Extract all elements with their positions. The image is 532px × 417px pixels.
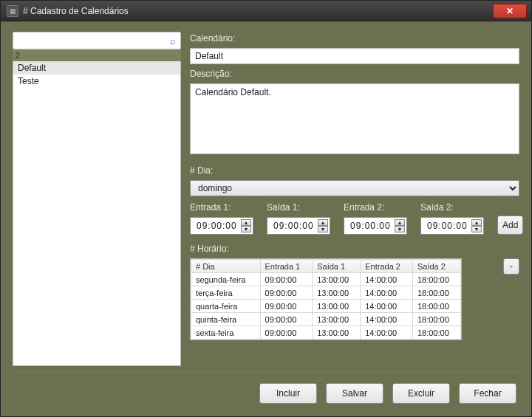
- app-window: ▦ # Cadastro de Calendários ✕ ⌕ 2 Defaul…: [0, 0, 532, 417]
- table-cell: 09:00:00: [260, 326, 313, 340]
- schedule-label: # Horário:: [190, 242, 519, 255]
- window-title: # Cadastro de Calendários: [23, 6, 493, 16]
- window-close-button[interactable]: ✕: [493, 4, 527, 18]
- calendar-label: Calendário:: [190, 32, 519, 45]
- entrada2-up[interactable]: ▲: [395, 219, 405, 226]
- entrada1-input[interactable]: [195, 220, 239, 232]
- entrada2-down[interactable]: ▼: [395, 226, 405, 232]
- table-header[interactable]: Saída 2: [412, 260, 460, 273]
- table-cell: 18:00:00: [412, 313, 460, 326]
- saida2-input[interactable]: [426, 220, 470, 232]
- schedule-row: # DiaEntrada 1Saída 1Entrada 2Saída 2seg…: [190, 258, 519, 340]
- table-cell: 09:00:00: [260, 313, 313, 326]
- table-cell: 13:00:00: [313, 273, 361, 286]
- table-cell: 14:00:00: [361, 300, 413, 313]
- saida2-label: Saída 2:: [420, 201, 484, 214]
- table-cell: 18:00:00: [412, 273, 460, 286]
- entrada2-input[interactable]: [349, 220, 393, 232]
- table-cell: sexta-feira: [191, 326, 261, 340]
- saida1-up[interactable]: ▲: [318, 219, 328, 226]
- table-row[interactable]: quarta-feira09:00:0013:00:0014:00:0018:0…: [191, 300, 461, 313]
- table-cell: 09:00:00: [260, 300, 313, 313]
- table-cell: 14:00:00: [361, 326, 413, 340]
- table-row[interactable]: segunda-feira09:00:0013:00:0014:00:0018:…: [191, 273, 461, 286]
- table-header[interactable]: Entrada 1: [260, 260, 313, 273]
- table-cell: 13:00:00: [313, 326, 361, 340]
- incluir-button[interactable]: Incluir: [259, 383, 317, 404]
- table-cell: 14:00:00: [361, 313, 413, 326]
- close-icon: ✕: [506, 6, 514, 16]
- calendar-name-input[interactable]: [190, 48, 519, 64]
- table-header[interactable]: Saída 1: [313, 260, 361, 273]
- app-icon: ▦: [7, 5, 18, 17]
- saida1-down[interactable]: ▼: [318, 226, 328, 232]
- saida2-up[interactable]: ▲: [471, 219, 482, 226]
- search-wrap: ⌕: [13, 32, 181, 49]
- titlebar: ▦ # Cadastro de Calendários ✕: [1, 1, 531, 21]
- entrada1-up[interactable]: ▲: [241, 219, 251, 226]
- saida1-field[interactable]: ▲ ▼: [267, 217, 330, 235]
- entrada2-label: Entrada 2:: [344, 201, 407, 214]
- schedule-table-wrap: # DiaEntrada 1Saída 1Entrada 2Saída 2seg…: [190, 258, 462, 340]
- table-row[interactable]: sexta-feira09:00:0013:00:0014:00:0018:00…: [191, 326, 461, 340]
- entrada2-field[interactable]: ▲ ▼: [344, 217, 407, 235]
- schedule-table[interactable]: # DiaEntrada 1Saída 1Entrada 2Saída 2seg…: [191, 259, 461, 340]
- main-columns: ⌕ 2 DefaultTeste Calendário: Descrição: …: [13, 32, 519, 366]
- time-row: Entrada 1: ▲ ▼ Saída 1:: [190, 201, 519, 235]
- remove-button[interactable]: -: [503, 258, 519, 275]
- table-cell: terça-feira: [191, 286, 261, 300]
- saida1-label: Saída 1:: [267, 201, 330, 214]
- saida1-input[interactable]: [272, 220, 316, 232]
- table-cell: quarta-feira: [191, 300, 261, 313]
- table-cell: 18:00:00: [412, 326, 460, 340]
- table-header[interactable]: # Dia: [191, 260, 261, 273]
- entrada1-label: Entrada 1:: [190, 201, 253, 214]
- day-label: # Dia:: [190, 164, 519, 177]
- saida2-down[interactable]: ▼: [471, 226, 482, 232]
- table-cell: 14:00:00: [361, 286, 413, 300]
- table-cell: 13:00:00: [313, 286, 361, 300]
- sidebar: ⌕ 2 DefaultTeste: [13, 32, 181, 366]
- table-row[interactable]: terça-feira09:00:0013:00:0014:00:0018:00…: [191, 286, 461, 300]
- table-cell: 09:00:00: [260, 286, 313, 300]
- table-row[interactable]: quinta-feira09:00:0013:00:0014:00:0018:0…: [191, 313, 461, 326]
- client-area: ⌕ 2 DefaultTeste Calendário: Descrição: …: [1, 21, 531, 416]
- footer-buttons: Incluir Salvar Excluir Fechar: [13, 372, 519, 407]
- description-textarea[interactable]: [190, 83, 519, 154]
- table-cell: 13:00:00: [313, 300, 361, 313]
- description-label: Descrição:: [190, 67, 519, 80]
- form-pane: Calendário: Descrição: # Dia: domingo En…: [190, 32, 519, 366]
- table-cell: segunda-feira: [191, 273, 261, 286]
- search-icon[interactable]: ⌕: [170, 35, 176, 46]
- entrada1-down[interactable]: ▼: [241, 226, 251, 232]
- table-cell: 14:00:00: [361, 273, 413, 286]
- saida2-field[interactable]: ▲ ▼: [420, 217, 484, 235]
- calendar-list[interactable]: DefaultTeste: [13, 61, 181, 366]
- result-count: 2: [13, 49, 181, 61]
- table-cell: 09:00:00: [260, 273, 313, 286]
- entrada1-field[interactable]: ▲ ▼: [190, 217, 253, 235]
- list-item[interactable]: Default: [13, 61, 180, 75]
- table-cell: 18:00:00: [412, 286, 460, 300]
- table-cell: 13:00:00: [313, 313, 361, 326]
- table-cell: quinta-feira: [191, 313, 261, 326]
- table-cell: 18:00:00: [412, 300, 460, 313]
- salvar-button[interactable]: Salvar: [326, 383, 383, 404]
- table-header[interactable]: Entrada 2: [361, 260, 413, 273]
- excluir-button[interactable]: Excluir: [392, 383, 450, 404]
- add-button[interactable]: Add: [497, 216, 523, 235]
- list-item[interactable]: Teste: [13, 75, 180, 88]
- day-select[interactable]: domingo: [190, 180, 519, 196]
- search-input[interactable]: [18, 33, 167, 48]
- fechar-button[interactable]: Fechar: [459, 383, 516, 404]
